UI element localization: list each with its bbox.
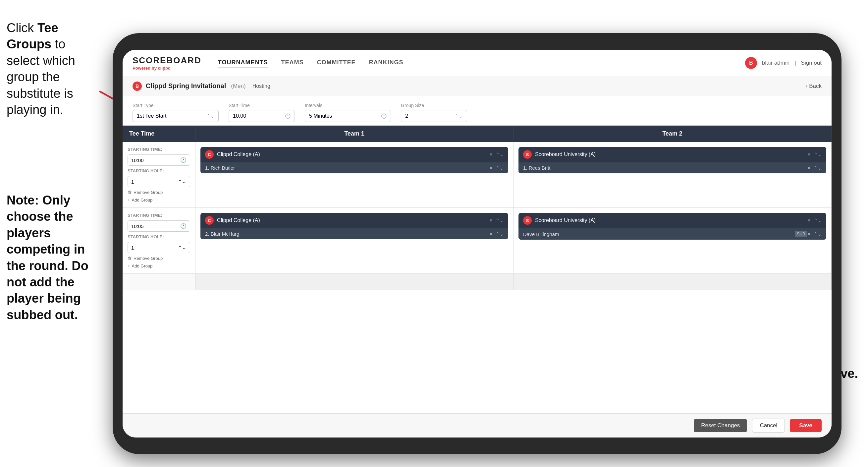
trash-icon-1: 🗑 <box>128 190 132 195</box>
team-logo-1-2: C <box>205 216 214 225</box>
team-entry-1-1[interactable]: C Clippd College (A) ✕ ⌃⌄ 1. Rich Butler <box>200 147 508 173</box>
player-actions-2-1-0: ✕ ⌃⌄ <box>807 166 822 171</box>
team-entry-header-1-1: C Clippd College (A) ✕ ⌃⌄ <box>200 147 508 162</box>
close-icon-2-1[interactable]: ✕ <box>807 152 811 157</box>
nav-committee[interactable]: COMMITTEE <box>317 57 355 68</box>
team-entry-2-1[interactable]: S Scoreboard University (A) ✕ ⌃⌄ 1. Rees… <box>519 147 826 173</box>
group-size-value: 2 <box>405 113 408 119</box>
partial-row <box>123 274 832 290</box>
player-name-2-2-0: Dave Billingham <box>523 231 795 237</box>
player-actions-2-2-0: ✕ ⌃⌄ <box>807 231 822 237</box>
tee-group-row: STARTING TIME: 10:00 🕐 STARTING HOLE: 1 … <box>123 142 832 208</box>
group-size-group: Group Size 2 ⌃⌄ <box>401 103 467 122</box>
powered-by-text: Powered by clippd <box>132 66 202 70</box>
expand-icon-1-1[interactable]: ⌃⌄ <box>496 152 503 157</box>
nav-user: B blair admin | Sign out <box>745 57 822 69</box>
note-text: Note: Only choose the players competing … <box>0 192 103 323</box>
user-avatar: B <box>745 57 757 69</box>
sign-out-link[interactable]: Sign out <box>801 60 822 66</box>
start-type-label: Start Type <box>132 103 219 108</box>
intervals-input[interactable]: 5 Minutes 🕐 <box>305 110 391 122</box>
table-header: Tee Time Team 1 Team 2 <box>123 126 832 142</box>
logo-text: SCOREBOARD <box>132 55 202 66</box>
starting-time-input-2[interactable]: 10:05 🕐 <box>128 221 190 232</box>
start-time-value: 10:00 <box>233 113 246 119</box>
starting-hole-input-2[interactable]: 1 ⌃⌄ <box>128 242 190 253</box>
close-icon-1-2[interactable]: ✕ <box>489 218 493 223</box>
sub-header-logo: B <box>132 82 142 91</box>
starting-time-input-1[interactable]: 10:00 🕐 <box>128 154 190 166</box>
player-expand-icon-2-1-0[interactable]: ⌃⌄ <box>814 166 822 171</box>
player-entry-2-1-0: 1. Rees Britt ✕ ⌃⌄ <box>519 162 826 173</box>
player-close-icon-1-2-0[interactable]: ✕ <box>489 231 493 237</box>
start-time-spinner: 🕐 <box>285 113 290 119</box>
team-entry-2-2[interactable]: S Scoreboard University (A) ✕ ⌃⌄ Dave Bi… <box>519 213 826 240</box>
cancel-button[interactable]: Cancel <box>752 418 785 433</box>
group-size-input[interactable]: 2 ⌃⌄ <box>401 110 467 122</box>
sub-badge-2-2-0: SUB <box>795 231 807 237</box>
team-actions-2-1: ✕ ⌃⌄ <box>807 152 822 157</box>
user-name: blair admin <box>762 60 789 66</box>
footer: Reset Changes Cancel Save <box>123 413 832 438</box>
nav-rankings[interactable]: RANKINGS <box>369 57 403 68</box>
close-icon-2-2[interactable]: ✕ <box>807 218 811 223</box>
nav-teams[interactable]: TEAMS <box>281 57 304 68</box>
clock-icon-1: 🕐 <box>180 157 187 163</box>
add-group-btn-1[interactable]: + Add Group <box>128 198 190 203</box>
instruction-text: Click Tee Groups to select which group t… <box>0 20 103 118</box>
spinner-hole-2: ⌃⌄ <box>178 244 187 251</box>
player-expand-icon-1-2-0[interactable]: ⌃⌄ <box>496 231 503 237</box>
team2-header: Team 2 <box>514 126 832 142</box>
player-expand-icon-1-1-0[interactable]: ⌃⌄ <box>496 166 503 171</box>
close-icon-1-1[interactable]: ✕ <box>489 152 493 157</box>
team-entry-1-2[interactable]: C Clippd College (A) ✕ ⌃⌄ 2. Blair McHar… <box>200 213 508 239</box>
start-type-input[interactable]: 1st Tee Start ⌃⌄ <box>132 110 219 122</box>
tee-groups-scroll: STARTING TIME: 10:00 🕐 STARTING HOLE: 1 … <box>123 142 832 413</box>
team1-cell-2: C Clippd College (A) ✕ ⌃⌄ 2. Blair McHar… <box>195 208 514 273</box>
tee-time-cell-1: STARTING TIME: 10:00 🕐 STARTING HOLE: 1 … <box>123 142 195 207</box>
start-time-input[interactable]: 10:00 🕐 <box>228 110 295 122</box>
back-button[interactable]: Back <box>806 83 822 89</box>
expand-icon-2-1[interactable]: ⌃⌄ <box>814 152 822 157</box>
player-close-icon-2-1-0[interactable]: ✕ <box>807 166 811 171</box>
remove-group-btn-2[interactable]: 🗑 Remove Group <box>128 256 190 261</box>
nav-links: TOURNAMENTS TEAMS COMMITTEE RANKINGS <box>218 57 745 68</box>
partial-team-cell-2 <box>514 274 832 290</box>
nav-tournaments[interactable]: TOURNAMENTS <box>218 57 268 68</box>
group-size-label: Group Size <box>401 103 467 108</box>
partial-team-cell-1 <box>195 274 514 290</box>
clock-icon-2: 🕐 <box>180 223 187 229</box>
starting-hole-input-1[interactable]: 1 ⌃⌄ <box>128 176 190 187</box>
player-close-icon-2-2-0[interactable]: ✕ <box>807 231 811 237</box>
add-group-btn-2[interactable]: + Add Group <box>128 263 190 268</box>
team2-cell-2: S Scoreboard University (A) ✕ ⌃⌄ Dave Bi… <box>514 208 832 273</box>
spinner-hole-1: ⌃⌄ <box>178 179 187 185</box>
expand-icon-1-2[interactable]: ⌃⌄ <box>496 218 503 223</box>
team1-header: Team 1 <box>195 126 514 142</box>
start-time-label: Start Time <box>228 103 295 108</box>
team-entry-header-1-2: C Clippd College (A) ✕ ⌃⌄ <box>200 213 508 228</box>
player-close-icon-1-1-0[interactable]: ✕ <box>489 166 493 171</box>
save-button[interactable]: Save <box>790 419 822 432</box>
tee-group-row-2: STARTING TIME: 10:05 🕐 STARTING HOLE: 1 … <box>123 208 832 274</box>
player-actions-1-2-0: ✕ ⌃⌄ <box>489 231 503 237</box>
player-actions-1-1-0: ✕ ⌃⌄ <box>489 166 503 171</box>
starting-time-label-2: STARTING TIME: <box>128 213 190 218</box>
sub-header: B Clippd Spring Invitational (Men) Hosti… <box>123 76 832 96</box>
start-type-value: 1st Tee Start <box>137 113 167 119</box>
plus-icon-1: + <box>128 198 130 203</box>
team-logo-2-1: S <box>523 150 532 159</box>
gender-label: (Men) <box>231 83 246 89</box>
team-name-1-2: Clippd College (A) <box>217 217 486 224</box>
start-type-group: Start Type 1st Tee Start ⌃⌄ <box>132 103 219 122</box>
intervals-value: 5 Minutes <box>309 113 332 119</box>
player-entry-1-1-0: 1. Rich Butler ✕ ⌃⌄ <box>200 162 508 173</box>
team-entry-header-2-2: S Scoreboard University (A) ✕ ⌃⌄ <box>519 213 826 228</box>
navbar: SCOREBOARD Powered by clippd TOURNAMENTS… <box>123 50 832 76</box>
expand-icon-2-2[interactable]: ⌃⌄ <box>814 218 822 223</box>
player-expand-icon-2-2-0[interactable]: ⌃⌄ <box>814 231 822 237</box>
remove-group-btn-1[interactable]: 🗑 Remove Group <box>128 190 190 195</box>
starting-hole-label-2: STARTING HOLE: <box>128 234 190 239</box>
starting-time-label-1: STARTING TIME: <box>128 147 190 152</box>
reset-changes-button[interactable]: Reset Changes <box>694 419 747 432</box>
